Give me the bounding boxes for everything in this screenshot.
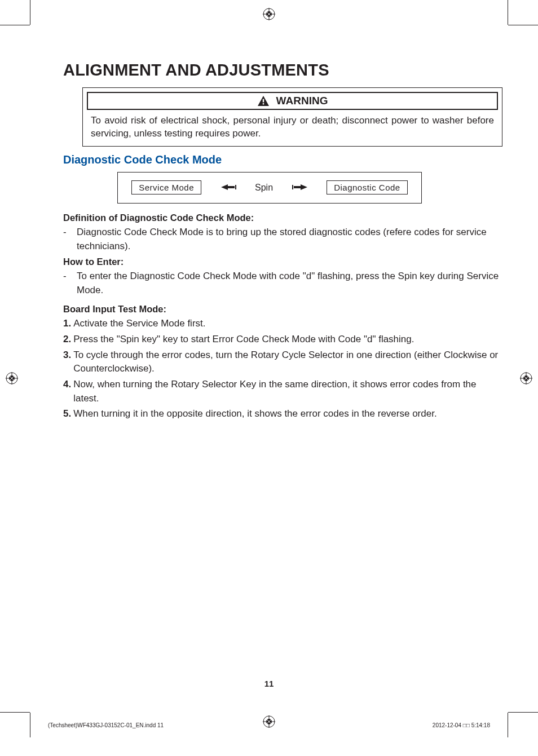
boardtest-heading: Board Input Test Mode: [63,304,503,315]
step-item: 4. Now, when turning the Rotary Selector… [63,378,503,405]
crop-mark [0,712,30,713]
warning-triangle-icon [257,95,270,107]
warning-header: WARNING [87,92,498,110]
page-number: 11 [0,679,538,688]
step-text: Activate the Service Mode first. [73,317,205,331]
howto-item: - To enter the Diagnostic Code Check Mod… [63,269,503,297]
crop-mark [508,0,508,25]
section-heading: Diagnostic Code Check Mode [63,153,503,166]
dash-bullet: - [63,226,73,253]
step-text: To cycle through the error codes, turn t… [73,348,503,376]
definition-item: - Diagnostic Code Check Mode is to bring… [63,226,503,253]
step-text: Now, when turning the Rotary Selector Ke… [73,378,503,405]
registration-mark-icon [520,372,532,384]
step-item: 1. Activate the Service Mode first. [63,317,503,331]
arrow-left-icon [220,183,237,193]
step-text: When turning it in the opposite directio… [73,407,436,421]
svg-marker-29 [294,184,307,190]
svg-marker-27 [221,184,235,190]
crop-mark [508,713,508,737]
diagram-center-text: Spin [255,183,273,193]
crop-mark [0,25,30,25]
step-number: 3. [63,348,71,376]
step-text: Press the "Spin key" key to start Error … [73,333,414,347]
step-item: 2. Press the "Spin key" key to start Err… [63,333,503,347]
crop-mark [30,713,30,737]
definition-heading: Definition of Diagnostic Code Check Mode… [63,213,503,223]
registration-mark-icon [263,8,275,20]
svg-rect-24 [262,99,263,103]
warning-label: WARNING [276,95,328,107]
page-content: ALIGNMENT AND ADJUSTMENTS WARNING To avo… [63,61,503,423]
warning-text: To avoid risk of electrical shock, perso… [83,114,502,140]
diagram-box-left: Service Mode [131,180,201,194]
step-item: 3. To cycle through the error codes, tur… [63,348,503,376]
registration-mark-icon [6,372,18,384]
dash-bullet: - [63,269,73,297]
crop-mark [30,0,30,25]
step-number: 1. [63,317,71,331]
footer: (Techsheet)WF433GJ-03152C-01_EN.indd 11 … [48,722,490,728]
footer-file: (Techsheet)WF433GJ-03152C-01_EN.indd 11 [48,722,164,728]
howto-text: To enter the Diagnostic Code Check Mode … [77,269,503,297]
step-item: 5. When turning it in the opposite direc… [63,407,503,421]
mode-diagram: Service Mode Spin Diagnostic Code [117,172,422,204]
diagram-box-right: Diagnostic Code [327,180,408,194]
step-number: 5. [63,407,71,421]
svg-rect-25 [262,103,263,104]
crop-mark [508,712,538,713]
step-number: 4. [63,378,71,405]
page-title: ALIGNMENT AND ADJUSTMENTS [63,61,503,79]
arrow-right-icon [292,183,308,193]
crop-mark [508,25,538,25]
definition-text: Diagnostic Code Check Mode is to bring u… [77,226,503,253]
footer-timestamp: 2012-12-04 □□ 5:14:18 [433,722,490,728]
howto-heading: How to Enter: [63,257,503,267]
step-number: 2. [63,333,71,347]
warning-box: WARNING To avoid risk of electrical shoc… [82,87,502,147]
